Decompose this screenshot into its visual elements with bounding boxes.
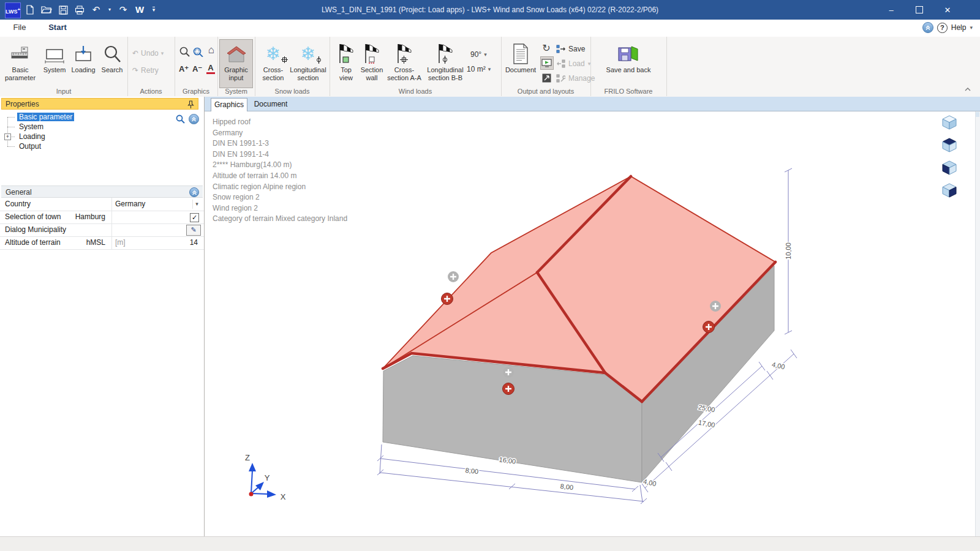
layout-manage-button[interactable]: Manage	[556, 72, 595, 84]
windsock-icon	[424, 40, 467, 64]
tree-search-icon[interactable]	[176, 114, 185, 124]
loading-label: Loading	[69, 66, 98, 74]
altitude-unit: [m]	[115, 236, 126, 249]
help-icon[interactable]: ?	[937, 23, 948, 33]
undo-dropdown-icon[interactable]: ▾	[107, 4, 112, 15]
document-button[interactable]: Document	[503, 40, 538, 88]
undo-icon[interactable]: ↶	[91, 4, 102, 15]
tabrow-right-controls: ? Help ▾	[922, 22, 973, 33]
wordmark-button[interactable]: W	[134, 4, 145, 15]
font-decrease-icon[interactable]: A⁻	[191, 62, 203, 75]
marker-red[interactable]	[703, 321, 715, 333]
minimize-button[interactable]: –	[877, 0, 905, 20]
expand-icon[interactable]: +	[4, 133, 11, 140]
help-label[interactable]: Help	[951, 23, 967, 32]
graphics-canvas[interactable]: Hipped roof Germany DIN EN 1991-1-3 DIN …	[205, 111, 980, 537]
layout-load-button[interactable]: Load ▾	[556, 58, 590, 70]
marker-gray[interactable]	[710, 301, 721, 312]
tree-item-basic-parameter[interactable]: Basic parameter	[4, 112, 175, 122]
preview-play-icon[interactable]	[540, 56, 554, 70]
print-icon[interactable]	[74, 4, 85, 15]
collapse-ribbon-icon[interactable]	[964, 83, 971, 94]
toolbar-overflow-icon[interactable]: ▾	[151, 4, 157, 15]
zoom-selection-icon[interactable]	[192, 45, 204, 58]
group-label-wind: Wind loads	[330, 88, 501, 95]
font-color-icon[interactable]: A	[205, 62, 217, 75]
new-file-icon[interactable]	[24, 4, 36, 15]
wind-angle-dropdown[interactable]: 90° ▾	[470, 50, 487, 59]
tree-item-loading[interactable]: +Loading	[4, 132, 175, 141]
app-logo[interactable]: LWS+	[5, 2, 21, 18]
layout-save-icon	[556, 45, 565, 53]
refresh-icon[interactable]: ↻	[540, 42, 552, 54]
marker-red[interactable]	[503, 383, 514, 395]
altitude-input[interactable]: 14	[190, 236, 198, 249]
search-icon	[98, 40, 126, 64]
tree-item-output[interactable]: Output	[4, 141, 175, 151]
view-cube-top-button[interactable]	[941, 137, 958, 156]
maximize-button[interactable]	[905, 0, 933, 20]
snow-cross-section-button[interactable]: ❄ Cross- section	[258, 40, 288, 88]
home-icon[interactable]: ⌂	[205, 44, 217, 56]
snowflake-icon: ❄	[289, 40, 327, 64]
search-button[interactable]: Search	[98, 40, 126, 88]
marker-red[interactable]	[442, 293, 453, 305]
close-button[interactable]: ✕	[933, 0, 962, 20]
font-increase-icon[interactable]: A⁺	[178, 62, 190, 75]
country-dropdown-icon[interactable]: ▾	[192, 200, 201, 209]
wind-angle-value: 90°	[470, 50, 481, 59]
marker-gray[interactable]	[448, 271, 459, 282]
loading-button[interactable]: Loading	[69, 40, 98, 88]
tree-item-system[interactable]: System	[4, 122, 175, 132]
tab-file[interactable]: File	[7, 20, 32, 37]
wind-top-view-button[interactable]: Top view	[334, 40, 358, 88]
retry-button[interactable]: ↷ Retry	[132, 64, 159, 77]
collapse-panel-icon[interactable]	[922, 22, 933, 33]
wind-section-wall-button[interactable]: Section wall	[359, 40, 385, 88]
group-label-output: Output and layouts	[501, 88, 590, 95]
properties-header[interactable]: Properties	[1, 98, 198, 110]
marker-gray[interactable]	[503, 367, 514, 378]
chevron-down-icon[interactable]: ▾	[970, 24, 973, 31]
basic-parameter-button[interactable]: Basic parameter	[1, 40, 39, 88]
system-icon	[40, 40, 69, 64]
wind-area-dropdown[interactable]: 10 m² ▾	[467, 65, 491, 73]
country-select[interactable]: Germany	[115, 198, 145, 211]
tab-graphics[interactable]: Graphics	[211, 98, 247, 112]
view-cube-isometric-button[interactable]	[941, 114, 958, 133]
properties-tree: Basic parameter System +Loading Output	[4, 112, 175, 151]
building-3d-view[interactable]: 10,00 4,00 25,00 17,00 4,00	[205, 111, 980, 537]
font-color-glyph: A	[206, 63, 214, 74]
open-folder-icon[interactable]	[41, 4, 52, 15]
snow-longitudinal-label: Longitudinal section	[289, 66, 327, 82]
wind-cross-section-aa-button[interactable]: Cross- section A-A	[386, 40, 423, 88]
wind-longitudinal-bb-button[interactable]: Longitudinal section B-B	[424, 40, 467, 88]
undo-icon: ↶	[132, 49, 138, 58]
undo-glyph: ↶	[92, 4, 100, 15]
pin-icon[interactable]	[187, 100, 194, 113]
layout-save-button[interactable]: Save	[556, 43, 585, 55]
town-checkbox[interactable]: ✓	[190, 213, 199, 222]
graphic-input-button[interactable]: Graphic input	[219, 39, 253, 88]
view-cube-side-button[interactable]	[941, 182, 958, 201]
canvas-scrollbar[interactable]	[975, 111, 980, 537]
view-cube-front-button[interactable]	[941, 160, 958, 178]
scrollbar-thumb[interactable]	[976, 112, 979, 117]
save-and-back-button[interactable]: Save and back	[604, 40, 653, 88]
undo-button[interactable]: ↶ Undo ▾	[132, 47, 164, 60]
row-town: Selection of town Hamburg ✓	[0, 211, 204, 224]
tab-document[interactable]: Document	[251, 98, 290, 111]
save-icon[interactable]	[58, 4, 69, 15]
expand-window-icon[interactable]	[540, 72, 552, 84]
snow-longitudinal-button[interactable]: ❄ Longitudinal section	[289, 40, 327, 88]
system-button[interactable]: System	[40, 40, 69, 88]
municipality-edit-button[interactable]: ✎	[186, 225, 201, 236]
zoom-icon[interactable]	[178, 45, 190, 58]
tab-start[interactable]: Start	[38, 20, 77, 39]
collapse-tree-icon[interactable]	[189, 114, 199, 124]
redo-icon[interactable]: ↷	[118, 4, 129, 15]
general-section-header[interactable]: General	[1, 186, 203, 198]
dim-seg-top-label: 4,00	[771, 361, 785, 370]
collapse-general-icon[interactable]	[189, 187, 199, 197]
undo-label: Undo	[141, 49, 159, 58]
